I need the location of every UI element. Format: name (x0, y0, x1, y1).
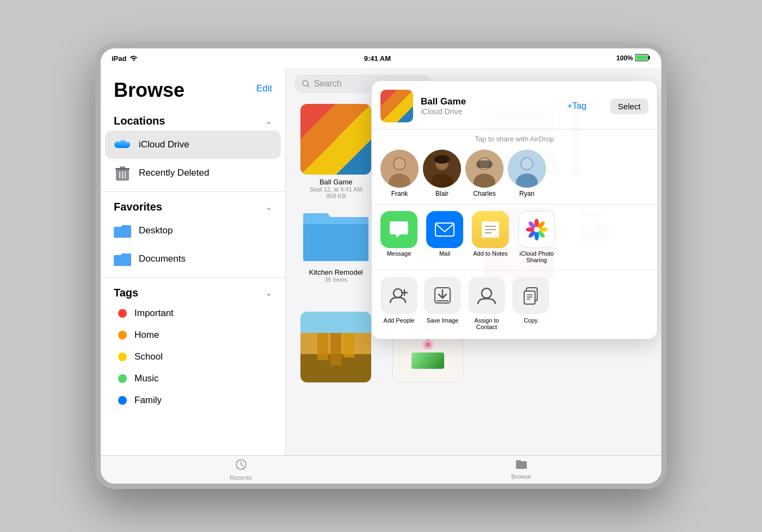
file-item-kitchen[interactable]: Kitchen Remodel 35 items (294, 208, 378, 303)
svg-point-21 (394, 158, 405, 169)
assign-contact-label: Assign to Contact (468, 317, 506, 330)
sidebar-item-icloud-drive[interactable]: iCloud Drive (105, 131, 281, 159)
airdrop-people-row: Frank Blair (372, 145, 657, 204)
airdrop-person-blair[interactable]: Blair (423, 150, 461, 197)
assign-contact-icon (468, 277, 505, 314)
svg-rect-2 (636, 55, 647, 60)
mail-icon (426, 211, 463, 248)
sidebar-label-recently-deleted: Recently Deleted (139, 168, 209, 178)
notes-icon (472, 211, 509, 248)
svg-rect-31 (476, 160, 493, 168)
copy-label: Copy (524, 317, 538, 324)
airdrop-person-ryan[interactable]: Ryan (508, 150, 546, 197)
action-copy[interactable]: Copy (512, 277, 549, 330)
svg-point-26 (434, 155, 450, 164)
blair-name: Blair (435, 190, 448, 197)
sidebar-item-desktop[interactable]: Desktop (101, 216, 285, 245)
copy-icon (512, 277, 549, 314)
airdrop-person-frank[interactable]: Frank (380, 150, 419, 197)
edit-button[interactable]: Edit (256, 79, 272, 94)
sidebar: Browse Edit Locations ⌄ (101, 68, 286, 455)
sidebar-item-important[interactable]: Important (101, 302, 285, 324)
photos-icon (518, 211, 555, 248)
share-apps-row: Message Mail (372, 204, 657, 270)
sidebar-label-school: School (134, 351, 163, 362)
sidebar-label-desktop: Desktop (139, 225, 173, 236)
battery-icon (635, 54, 650, 63)
home-dot (118, 331, 127, 339)
buildings-thumb (300, 312, 371, 382)
ball-game-meta2: 958 KB (326, 193, 346, 199)
sidebar-item-family[interactable]: Family (101, 389, 285, 411)
sidebar-item-documents[interactable]: Documents (101, 245, 285, 273)
message-icon (380, 211, 417, 248)
save-image-icon (424, 277, 461, 314)
sidebar-item-recently-deleted[interactable]: Recently Deleted (101, 159, 285, 187)
share-select-button[interactable]: Select (610, 98, 648, 114)
kitchen-folder-thumb (300, 208, 371, 265)
frank-name: Frank (391, 190, 408, 197)
airdrop-person-charles[interactable]: Charles (465, 150, 503, 197)
message-label: Message (387, 250, 411, 257)
share-tag-button[interactable]: +Tag (567, 101, 586, 111)
app-message[interactable]: Message (380, 211, 417, 263)
desktop-folder-icon (114, 222, 131, 239)
status-left: iPad (112, 54, 138, 63)
ball-game-meta1: Sept 12, at 9:41 AM (310, 186, 362, 193)
status-right: 100% (616, 54, 650, 63)
sidebar-label-important: Important (134, 308, 174, 319)
ball-game-name: Ball Game (319, 178, 353, 186)
airdrop-label: Tap to share with AirDrop (372, 129, 657, 145)
wifi-icon (130, 54, 138, 63)
action-assign-contact[interactable]: Assign to Contact (468, 277, 506, 330)
charles-avatar (465, 150, 503, 188)
locations-section-header[interactable]: Locations ⌄ (101, 110, 285, 131)
documents-folder-icon (114, 250, 131, 268)
share-overlay: Ball Game iCloud Drive +Tag Select Tap t… (367, 77, 661, 484)
tags-section-header[interactable]: Tags ⌄ (101, 282, 285, 302)
share-actions-row: Add People Save Image (372, 270, 657, 339)
sidebar-item-school[interactable]: School (101, 346, 285, 368)
tags-title: Tags (114, 287, 138, 299)
svg-rect-58 (524, 291, 535, 304)
side-button[interactable] (661, 250, 667, 282)
ryan-avatar (508, 150, 546, 188)
status-time: 9:41 AM (364, 54, 391, 63)
battery-label: 100% (616, 54, 633, 62)
notes-label: Add to Notes (473, 250, 508, 257)
search-icon (302, 80, 310, 88)
add-people-icon (380, 277, 417, 314)
kitchen-name: Kitchen Remodel (309, 268, 363, 276)
svg-rect-5 (115, 168, 130, 170)
action-save-image[interactable]: Save Image (424, 277, 461, 330)
add-people-label: Add People (384, 317, 415, 324)
share-location: iCloud Drive (421, 107, 560, 116)
app-mail[interactable]: Mail (426, 211, 463, 263)
important-dot (118, 309, 127, 318)
svg-line-10 (308, 85, 309, 87)
mail-label: Mail (439, 250, 450, 257)
share-info: Ball Game iCloud Drive (421, 96, 560, 116)
divider-1 (101, 191, 285, 192)
file-item-buildings[interactable] (294, 312, 378, 386)
ipad-frame: iPad 9:41 AM 100% Browse (95, 43, 667, 489)
recents-label: Recents (230, 474, 251, 481)
tab-recents[interactable]: Recents (101, 459, 381, 481)
recents-icon (235, 459, 247, 473)
device-label: iPad (112, 54, 126, 63)
sidebar-label-icloud: iCloud Drive (139, 139, 189, 150)
tags-chevron: ⌄ (265, 288, 272, 298)
file-item-ball-game[interactable]: Ball Game Sept 12, at 9:41 AM 958 KB (294, 104, 378, 199)
favorites-chevron: ⌄ (265, 202, 272, 212)
favorites-section-header[interactable]: Favorites ⌄ (101, 196, 285, 216)
app-notes[interactable]: Add to Notes (472, 211, 509, 263)
share-filename: Ball Game (421, 96, 560, 107)
share-header: Ball Game iCloud Drive +Tag Select (372, 81, 657, 129)
svg-point-56 (482, 288, 491, 298)
family-dot (118, 396, 127, 405)
action-add-people[interactable]: Add People (380, 277, 417, 330)
app-photos[interactable]: iCloud Photo Sharing (518, 211, 556, 263)
sidebar-item-home[interactable]: Home (101, 324, 285, 346)
sidebar-item-music[interactable]: Music (101, 368, 285, 389)
charles-name: Charles (473, 190, 495, 197)
